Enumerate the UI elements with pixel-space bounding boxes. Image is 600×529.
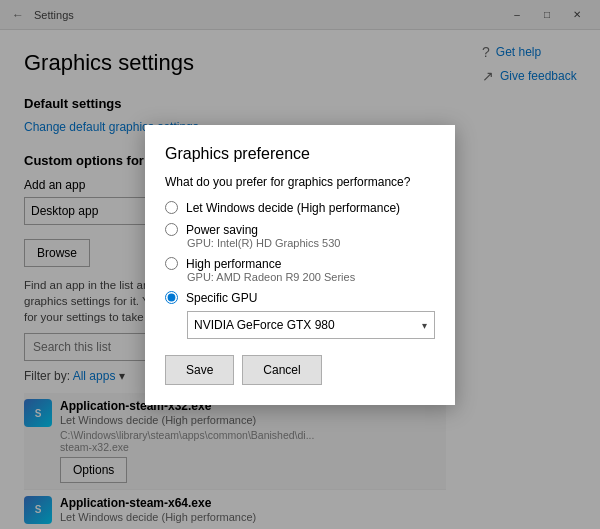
radio-sub-high: GPU: AMD Radeon R9 200 Series (187, 271, 435, 283)
radio-item-windows: Let Windows decide (High performance) (165, 201, 435, 215)
modal-title: Graphics preference (165, 145, 435, 163)
radio-windows[interactable] (165, 201, 178, 214)
gpu-select-wrapper: NVIDIA GeForce GTX 980 (187, 311, 435, 339)
graphics-preference-modal: Graphics preference What do you prefer f… (145, 125, 455, 405)
radio-specific[interactable] (165, 291, 178, 304)
radio-high[interactable] (165, 257, 178, 270)
radio-text-power: Power saving (186, 223, 258, 237)
cancel-button[interactable]: Cancel (242, 355, 321, 385)
radio-sub-power: GPU: Intel(R) HD Graphics 530 (187, 237, 435, 249)
modal-subtitle: What do you prefer for graphics performa… (165, 175, 435, 189)
radio-text-high: High performance (186, 257, 281, 271)
radio-label-windows[interactable]: Let Windows decide (High performance) (165, 201, 435, 215)
radio-power[interactable] (165, 223, 178, 236)
radio-text-specific: Specific GPU (186, 291, 257, 305)
radio-group: Let Windows decide (High performance) Po… (165, 201, 435, 339)
modal-buttons: Save Cancel (165, 355, 435, 385)
radio-label-specific[interactable]: Specific GPU (165, 291, 435, 305)
radio-item-power: Power saving GPU: Intel(R) HD Graphics 5… (165, 223, 435, 249)
radio-text-windows: Let Windows decide (High performance) (186, 201, 400, 215)
radio-label-high[interactable]: High performance (165, 257, 435, 271)
save-button[interactable]: Save (165, 355, 234, 385)
modal-overlay: Graphics preference What do you prefer f… (0, 0, 600, 529)
gpu-select[interactable]: NVIDIA GeForce GTX 980 (187, 311, 435, 339)
radio-label-power[interactable]: Power saving (165, 223, 435, 237)
radio-item-high: High performance GPU: AMD Radeon R9 200 … (165, 257, 435, 283)
radio-item-specific: Specific GPU NVIDIA GeForce GTX 980 (165, 291, 435, 339)
